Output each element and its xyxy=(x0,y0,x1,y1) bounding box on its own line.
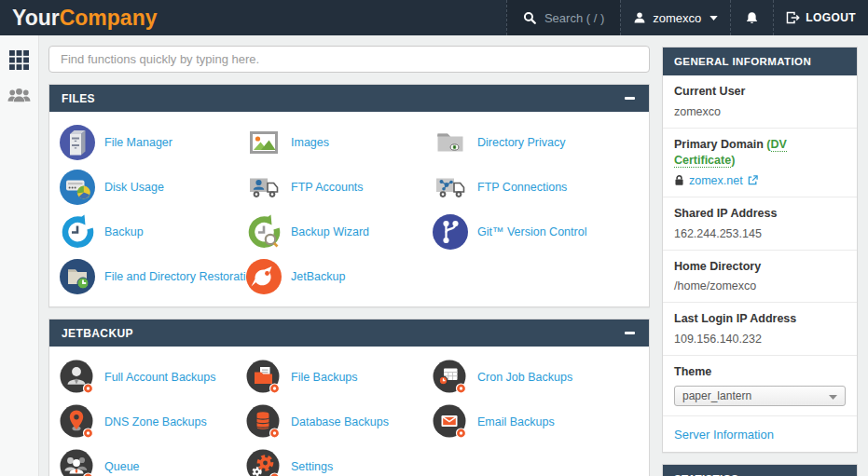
section-card-files: FILESFile ManagerImagesDirectory Privacy… xyxy=(48,84,650,307)
app-label-ftp-accounts[interactable]: FTP Accounts xyxy=(291,181,364,194)
jetbackup-icon[interactable] xyxy=(245,258,282,295)
app-label-backup-wizard[interactable]: Backup Wizard xyxy=(291,225,369,238)
general-information-card: GENERAL INFORMATION Current UserzomexcoP… xyxy=(662,47,858,453)
file-manager-icon[interactable] xyxy=(59,124,96,161)
app-grid-files: File ManagerImagesDirectory PrivacyDisk … xyxy=(49,112,649,306)
app-link-full-account-backups[interactable]: Full Account Backups xyxy=(59,355,245,400)
main-content: FILESFile ManagerImagesDirectory Privacy… xyxy=(48,46,650,476)
collapse-minus-button[interactable] xyxy=(622,326,637,341)
app-link-file-manager[interactable]: File Manager xyxy=(59,120,245,165)
info-label-text: Primary Domain xyxy=(674,138,764,151)
app-label-queue[interactable]: Queue xyxy=(104,460,140,473)
disk-usage-icon[interactable] xyxy=(59,169,96,206)
app-link-backup[interactable]: Backup xyxy=(59,210,245,254)
app-link-dns-zone-backups[interactable]: DNS Zone Backups xyxy=(59,400,245,444)
section-title: FILES xyxy=(62,92,95,105)
app-label-dns-zone-backups[interactable]: DNS Zone Backups xyxy=(104,415,207,428)
lock-icon xyxy=(674,174,684,186)
right-sidebar: GENERAL INFORMATION Current UserzomexcoP… xyxy=(662,47,858,476)
app-link-file-restoration[interactable]: File and Directory Restoration xyxy=(59,254,245,299)
collapse-minus-button[interactable] xyxy=(622,91,637,106)
directory-privacy-icon[interactable] xyxy=(432,124,469,161)
general-information-rows: Current UserzomexcoPrimary Domain (DV Ce… xyxy=(663,75,857,415)
company-logo[interactable]: YourCompany xyxy=(0,6,157,31)
email-backups-icon[interactable] xyxy=(432,403,469,441)
app-link-ftp-accounts[interactable]: FTP Accounts xyxy=(245,165,432,210)
app-label-directory-privacy[interactable]: Directory Privacy xyxy=(477,136,565,149)
find-functions-input[interactable] xyxy=(48,46,650,73)
app-link-cron-job-backups[interactable]: Cron Job Backups xyxy=(432,355,618,400)
external-link-icon[interactable] xyxy=(748,175,758,185)
file-restoration-icon[interactable] xyxy=(59,258,96,295)
backup-icon[interactable] xyxy=(59,213,96,251)
app-link-settings[interactable]: Settings xyxy=(245,444,432,476)
app-link-directory-privacy[interactable]: Directory Privacy xyxy=(432,120,618,165)
logout-button[interactable]: LOGOUT xyxy=(773,0,868,35)
app-label-ftp-connections[interactable]: FTP Connections xyxy=(477,181,567,194)
info-value: /home/zomexco xyxy=(674,279,846,292)
rail-user-manager-button[interactable] xyxy=(0,77,38,113)
notifications-button[interactable] xyxy=(730,0,773,35)
app-label-database-backups[interactable]: Database Backups xyxy=(291,415,389,428)
app-grid-jetbackup: Full Account BackupsFile BackupsCron Job… xyxy=(49,347,649,476)
theme-select[interactable]: paper_lantern xyxy=(674,386,846,406)
logout-icon xyxy=(786,11,800,24)
user-menu[interactable]: zomexco xyxy=(620,0,730,35)
app-label-file-restoration[interactable]: File and Directory Restoration xyxy=(104,270,258,283)
server-information-row: Server Information xyxy=(663,415,857,452)
app-label-disk-usage[interactable]: Disk Usage xyxy=(104,181,164,194)
section-header-files[interactable]: FILES xyxy=(49,85,649,112)
section-header-jetbackup[interactable]: JETBACKUP xyxy=(49,320,649,347)
database-backups-icon[interactable] xyxy=(245,403,282,441)
app-link-images[interactable]: Images xyxy=(245,120,432,165)
app-label-cron-job-backups[interactable]: Cron Job Backups xyxy=(477,371,572,384)
section-title: JETBACKUP xyxy=(62,327,133,340)
header-search[interactable]: Search ( / ) xyxy=(506,0,620,35)
app-link-backup-wizard[interactable]: Backup Wizard xyxy=(245,210,432,254)
git-version-control-icon[interactable] xyxy=(432,213,469,251)
app-link-disk-usage[interactable]: Disk Usage xyxy=(59,165,245,210)
full-account-backups-icon[interactable] xyxy=(59,359,96,396)
app-link-ftp-connections[interactable]: FTP Connections xyxy=(432,165,618,210)
server-information-link[interactable]: Server Information xyxy=(674,428,774,442)
app-link-email-backups[interactable]: Email Backups xyxy=(432,400,618,444)
cron-job-backups-icon[interactable] xyxy=(432,359,469,396)
app-link-jetbackup[interactable]: JetBackup xyxy=(245,254,432,299)
rail-apps-button[interactable] xyxy=(0,42,38,77)
info-label: Shared IP Address xyxy=(674,206,846,222)
settings-icon[interactable] xyxy=(245,448,282,476)
file-backups-icon[interactable] xyxy=(245,359,282,396)
info-row-shared-ip-address: Shared IP Address162.244.253.145 xyxy=(663,197,857,250)
primary-domain-link[interactable]: zomex.net xyxy=(689,174,743,187)
app-label-file-backups[interactable]: File Backups xyxy=(291,371,358,384)
info-value: zomexco xyxy=(674,105,846,118)
logout-label: LOGOUT xyxy=(806,11,856,24)
info-value: 109.156.140.232 xyxy=(674,333,846,346)
app-label-email-backups[interactable]: Email Backups xyxy=(477,415,555,428)
dns-zone-backups-icon[interactable] xyxy=(59,403,96,441)
backup-wizard-icon[interactable] xyxy=(245,213,282,251)
ftp-connections-icon[interactable] xyxy=(432,169,469,206)
cert-open-paren: ( xyxy=(764,138,771,151)
info-row-primary-domain: Primary Domain (DV Certificate)zomex.net xyxy=(663,128,857,197)
username: zomexco xyxy=(653,11,701,25)
app-link-file-backups[interactable]: File Backups xyxy=(245,355,432,400)
info-label: Home Directory xyxy=(674,259,846,275)
app-link-queue[interactable]: Queue xyxy=(59,444,245,476)
app-label-file-manager[interactable]: File Manager xyxy=(104,136,172,149)
app-link-database-backups[interactable]: Database Backups xyxy=(245,400,432,444)
app-label-backup[interactable]: Backup xyxy=(104,225,144,238)
app-label-jetbackup[interactable]: JetBackup xyxy=(291,270,345,283)
app-label-settings[interactable]: Settings xyxy=(291,460,333,473)
info-label: Primary Domain (DV Certificate) xyxy=(674,137,846,169)
app-label-images[interactable]: Images xyxy=(291,136,329,149)
app-link-git-version-control[interactable]: Git™ Version Control xyxy=(432,210,618,254)
queue-icon[interactable] xyxy=(59,448,96,476)
images-icon[interactable] xyxy=(245,124,282,161)
info-value: 162.244.253.145 xyxy=(674,227,846,240)
app-label-git-version-control[interactable]: Git™ Version Control xyxy=(477,225,586,238)
app-label-full-account-backups[interactable]: Full Account Backups xyxy=(104,371,216,384)
ftp-accounts-icon[interactable] xyxy=(245,169,282,206)
select-caret-icon xyxy=(829,389,837,402)
user-groups-icon xyxy=(7,87,31,103)
